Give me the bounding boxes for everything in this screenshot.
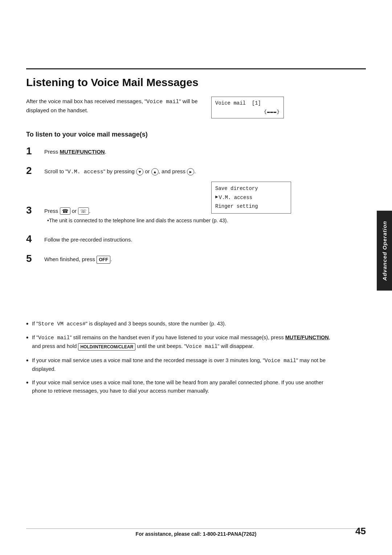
- bullet-dot-1: •: [26, 320, 32, 328]
- step-1-number: 1: [26, 146, 44, 156]
- nav-down-icon: ▼: [136, 168, 143, 175]
- step-5: 5 When finished, press OFF.: [26, 254, 331, 264]
- directory-line2: ►V.M. access: [215, 193, 287, 202]
- directory-line3: Ringer setting: [215, 202, 287, 211]
- off-key: OFF: [97, 256, 110, 264]
- note-1-text: If "Store VM acces#" is displayed and 3 …: [32, 320, 331, 328]
- footer-label: For assistance, please call: 1-800-211-P…: [136, 531, 257, 537]
- intro-paragraph: After the voice mail box has received me…: [26, 98, 198, 113]
- phone-speakerphone-icon: ☏: [78, 207, 89, 215]
- note-3: • If your voice mail service uses a voic…: [26, 356, 331, 373]
- step-5-content: When finished, press OFF.: [44, 254, 331, 264]
- nav-up-icon: ▲: [151, 168, 159, 175]
- mute-function-key: MUTE/FUNCTION: [60, 149, 105, 155]
- voicemail-line1: Voice mail [1]: [215, 99, 280, 108]
- footer-text: For assistance, please call: 1-800-211-P…: [0, 531, 392, 537]
- bullet-dot-3: •: [26, 356, 32, 365]
- note-4-text: If your voice mail service uses a voice …: [32, 378, 331, 395]
- step-2-number: 2: [26, 166, 44, 176]
- voicemail-line2: {▬▬▬}: [215, 108, 280, 116]
- step-3-number: 3: [26, 205, 44, 215]
- note-1: • If "Store VM acces#" is displayed and …: [26, 320, 331, 328]
- page-number: 45: [355, 526, 366, 537]
- bullet-dot-2: •: [26, 333, 32, 342]
- bullet-dot-4: •: [26, 378, 32, 387]
- section-heading: To listen to your voice mail message(s): [26, 131, 148, 138]
- bottom-rule: [26, 528, 366, 529]
- step-1-content: Press MUTE/FUNCTION.: [44, 146, 331, 156]
- voicemail-display-box: Voice mail [1] {▬▬▬}: [211, 97, 284, 118]
- nav-right-icon: ►: [187, 168, 194, 175]
- step-5-number: 5: [26, 254, 44, 264]
- step-4: 4 Follow the pre-recorded instructions.: [26, 234, 331, 244]
- note-2: • If "Voice mail" still remains on the h…: [26, 333, 331, 351]
- intro-text: After the voice mail box has received me…: [26, 97, 204, 114]
- step-2-content: Scroll to "V.M. access" by pressing ▼ or…: [44, 166, 331, 176]
- top-rule: [26, 68, 366, 69]
- directory-box: Save directory ►V.M. access Ringer setti…: [211, 182, 291, 214]
- step-3-bullet: •The unit is connected to the telephone …: [47, 217, 331, 224]
- voicemail-mono: Voice mail: [146, 99, 179, 105]
- directory-line1: Save directory: [215, 184, 287, 193]
- step-2: 2 Scroll to "V.M. access" by pressing ▼ …: [26, 166, 331, 176]
- sidebar-label-text: Advanced Operation: [381, 221, 388, 281]
- step-4-content: Follow the pre-recorded instructions.: [44, 234, 331, 244]
- notes-section: • If "Store VM acces#" is displayed and …: [26, 320, 331, 400]
- step-1: 1 Press MUTE/FUNCTION.: [26, 146, 331, 156]
- step-4-number: 4: [26, 234, 44, 244]
- vm-access-mono: V.M. access: [68, 169, 103, 175]
- note-3-text: If your voice mail service uses a voice …: [32, 356, 331, 373]
- note-4: • If your voice mail service uses a voic…: [26, 378, 331, 395]
- directory-arrow-icon: ►: [215, 193, 218, 202]
- page-title: Listening to Voice Mail Messages: [26, 76, 199, 89]
- page-container: Listening to Voice Mail Messages After t…: [0, 0, 392, 555]
- sidebar-label: Advanced Operation: [377, 211, 392, 291]
- phone-off-hook-icon: ☎: [60, 207, 70, 215]
- note-2-text: If "Voice mail" still remains on the han…: [32, 333, 331, 351]
